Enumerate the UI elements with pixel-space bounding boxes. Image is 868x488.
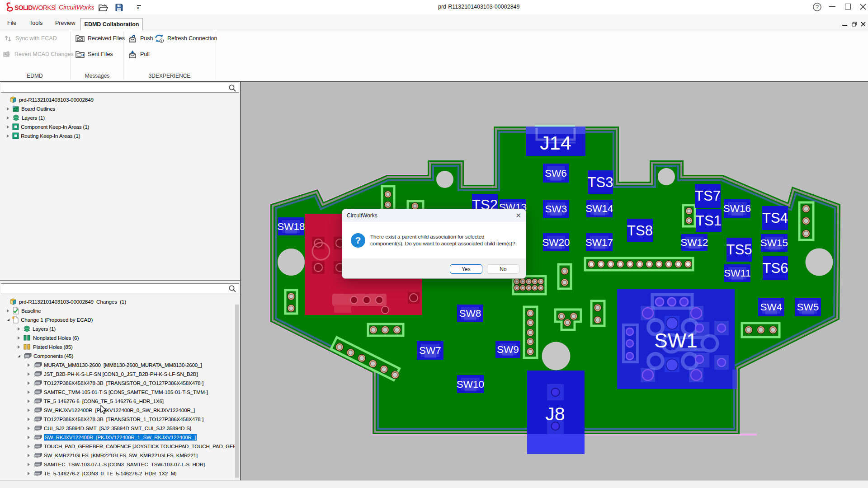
svg-text:TS1: TS1	[696, 213, 722, 229]
svg-text:SW16: SW16	[723, 203, 751, 214]
svg-text:TS4: TS4	[762, 210, 788, 226]
svg-text:SW17: SW17	[585, 237, 613, 248]
svg-text:?: ?	[816, 4, 819, 10]
svg-text:TS3: TS3	[588, 174, 613, 190]
svg-text:TS5: TS5	[726, 242, 752, 258]
svg-text:SW3: SW3	[545, 203, 567, 215]
svg-text:TS6: TS6	[763, 260, 788, 276]
svg-text:J8: J8	[545, 404, 565, 424]
svg-text:SW18: SW18	[277, 221, 305, 232]
svg-text:SW10: SW10	[457, 379, 484, 390]
svg-text:SW1: SW1	[654, 329, 697, 352]
svg-text:SW4: SW4	[760, 301, 783, 313]
svg-text:SW12: SW12	[680, 237, 708, 248]
svg-text:SW9: SW9	[497, 344, 519, 355]
svg-text:TS8: TS8	[627, 223, 653, 239]
svg-text:SW20: SW20	[542, 237, 570, 248]
svg-text:SW11: SW11	[724, 267, 751, 279]
svg-text:SW5: SW5	[797, 301, 819, 313]
svg-text:SW14: SW14	[585, 203, 613, 214]
svg-text:SW8: SW8	[459, 308, 481, 319]
svg-text:TS7: TS7	[695, 188, 721, 204]
svg-text:SW15: SW15	[760, 237, 788, 249]
svg-text:SW7: SW7	[419, 345, 441, 356]
svg-text:SW6: SW6	[545, 168, 567, 179]
